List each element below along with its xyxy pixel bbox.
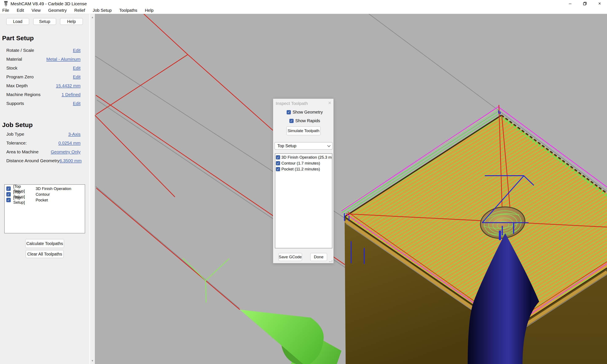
check-icon: ✓ — [288, 111, 290, 114]
restore-button[interactable] — [578, 0, 592, 7]
operation-label: Contour (1.7 minutes) — [281, 161, 320, 166]
inspect-toolpath-dialog[interactable]: Inspect Toolpath × ✓ Show Geometry ✓ Sho… — [273, 99, 334, 263]
edit-link[interactable]: Edit — [73, 101, 80, 106]
operation-name: Pocket — [36, 198, 48, 202]
operation-label: 3D Finish Operation (25.3 minu — [281, 155, 332, 160]
row-distance-around: Distance Around Geometry 6.3500 mm — [0, 156, 89, 165]
3d-viewport[interactable] — [95, 14, 607, 364]
operation-row: ✓ [Top Setup] Pocket — [5, 197, 85, 203]
row-label: Area to Machine — [6, 149, 39, 154]
show-rapids-label: Show Rapids — [295, 118, 320, 123]
row-machine-regions: Machine Regions 1 Defined — [0, 90, 89, 99]
close-button[interactable]: × — [592, 0, 607, 7]
checkbox[interactable]: ✓ — [276, 161, 280, 165]
max-depth-link[interactable]: 15.4432 mm — [56, 83, 80, 88]
load-button[interactable]: Load — [6, 18, 29, 25]
resize-grip[interactable] — [330, 259, 332, 262]
menu-relief[interactable]: Relief — [71, 7, 89, 14]
row-label: Rotate / Scale — [6, 48, 34, 53]
distance-link[interactable]: 6.3500 mm — [59, 158, 81, 163]
menu-help[interactable]: Help — [141, 7, 157, 14]
row-label: Max Depth — [6, 83, 28, 88]
clear-all-toolpaths-button[interactable]: Clear All Toolpaths — [26, 250, 64, 258]
window-title: MeshCAM V8.49 - Carbide 3D License — [11, 1, 87, 6]
calculate-toolpaths-button[interactable]: Calculate Toolpaths — [25, 239, 64, 248]
check-icon: ✓ — [290, 119, 293, 122]
setup-button[interactable]: Setup — [33, 18, 56, 25]
operations-listbox[interactable]: ✓ [Top Setup] 3D Finish Operation ✓ [Top… — [4, 184, 85, 234]
menu-toolpaths[interactable]: Toolpaths — [116, 7, 141, 14]
setup-prefix: [Top Setup] — [13, 195, 33, 205]
title-bar[interactable]: MeshCAM V8.49 - Carbide 3D License – × — [0, 0, 607, 7]
edit-link[interactable]: Edit — [73, 48, 80, 53]
menu-file[interactable]: File — [0, 7, 13, 14]
check-icon: ✓ — [7, 187, 10, 190]
material-link[interactable]: Metal - Aluminum — [46, 57, 80, 62]
setup-dropdown[interactable]: Top Setup — [275, 142, 332, 150]
show-rapids-row: ✓ Show Rapids — [289, 118, 320, 123]
operation-name: 3D Finish Operation — [36, 186, 71, 191]
part-setup-heading: Part Setup — [2, 35, 34, 42]
row-tolerance: Tolerance: 0.0254 mm — [0, 139, 89, 147]
row-supports: Supports Edit — [0, 99, 89, 108]
row-label: Material — [6, 57, 22, 62]
minimize-button[interactable]: – — [563, 0, 578, 7]
operation-label: Pocket (11.2 minutes) — [281, 167, 320, 171]
area-link[interactable]: Geometry Only — [51, 149, 80, 154]
minimize-icon: – — [569, 1, 571, 6]
help-button[interactable]: Help — [60, 18, 83, 25]
dialog-close-icon[interactable]: × — [328, 100, 331, 106]
job-setup-heading: Job Setup — [2, 121, 33, 129]
check-icon: ✓ — [277, 168, 279, 171]
row-rotate-scale: Rotate / Scale Edit — [0, 46, 89, 55]
operation-name: Contour — [36, 192, 50, 197]
menu-job-setup[interactable]: Job Setup — [89, 7, 116, 14]
done-button[interactable]: Done — [310, 253, 327, 261]
scroll-up-icon[interactable]: ▲ — [91, 16, 94, 19]
scroll-down-icon[interactable]: ▼ — [91, 359, 94, 362]
row-label: Program Zero — [6, 74, 34, 79]
row-stock: Stock Edit — [0, 64, 89, 72]
tolerance-link[interactable]: 0.0254 mm — [58, 141, 80, 145]
chevron-down-icon — [327, 144, 331, 147]
simulate-toolpath-button[interactable]: Simulate Toolpath — [286, 126, 321, 135]
dialog-operation-row: ✓ Pocket (11.2 minutes) — [275, 166, 332, 172]
show-rapids-checkbox[interactable]: ✓ — [289, 119, 294, 123]
checkbox[interactable]: ✓ — [276, 155, 280, 159]
check-icon: ✓ — [7, 198, 10, 202]
show-geometry-checkbox[interactable]: ✓ — [287, 110, 291, 114]
edit-link[interactable]: Edit — [73, 74, 80, 79]
regions-link[interactable]: 1 Defined — [62, 92, 80, 97]
row-label: Tolerance: — [6, 141, 27, 145]
row-material: Material Metal - Aluminum — [0, 55, 89, 64]
row-max-depth: Max Depth 15.4432 mm — [0, 81, 89, 90]
row-label: Supports — [6, 101, 24, 106]
menu-edit[interactable]: Edit — [13, 7, 28, 14]
setup-dropdown-value: Top Setup — [277, 143, 296, 148]
dialog-operation-row: ✓ 3D Finish Operation (25.3 minu — [275, 154, 332, 160]
panel-scrollbar[interactable]: ▲ ▼ — [90, 14, 95, 364]
check-icon: ✓ — [277, 156, 279, 159]
row-program-zero: Program Zero Edit — [0, 72, 89, 81]
edit-link[interactable]: Edit — [73, 65, 80, 71]
menu-view[interactable]: View — [28, 7, 44, 14]
row-label: Stock — [6, 65, 17, 71]
parameter-panel: Load Setup Help Part Setup Rotate / Scal… — [0, 14, 89, 364]
row-job-type: Job Type 3-Axis — [0, 130, 89, 139]
checkbox[interactable]: ✓ — [6, 198, 11, 202]
dialog-operations-listbox[interactable]: ✓ 3D Finish Operation (25.3 minu ✓ Conto… — [275, 153, 332, 248]
check-icon: ✓ — [277, 162, 279, 165]
row-label: Distance Around Geometry — [6, 158, 59, 163]
checkbox[interactable]: ✓ — [6, 192, 11, 196]
job-type-link[interactable]: 3-Axis — [68, 132, 80, 137]
dialog-title: Inspect Toolpath — [276, 101, 308, 106]
checkbox[interactable]: ✓ — [276, 167, 280, 171]
app-icon — [3, 1, 8, 7]
row-label: Job Type — [6, 132, 24, 137]
dialog-operation-row: ✓ Contour (1.7 minutes) — [275, 160, 332, 166]
restore-icon — [583, 2, 587, 5]
check-icon: ✓ — [7, 193, 10, 196]
checkbox[interactable]: ✓ — [6, 186, 11, 191]
menu-geometry[interactable]: Geometry — [44, 7, 71, 14]
save-gcode-button[interactable]: Save GCode — [278, 253, 302, 261]
